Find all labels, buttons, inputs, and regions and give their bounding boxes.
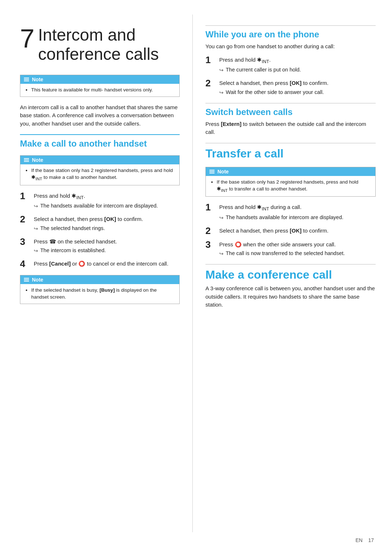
transfer-step-2-main: Select a handset, then press [OK] to con… bbox=[219, 227, 376, 235]
while-step-2-sub-text: Wait for the other side to answer your c… bbox=[226, 89, 324, 97]
transfer-step-3: 3 Press ⭕ when the other side answers yo… bbox=[205, 241, 376, 258]
while-step-1-sub-text: The current caller is put on hold. bbox=[226, 66, 301, 74]
make-call-step-2: 2 Select a handset, then press [OK] to c… bbox=[20, 215, 180, 233]
transfer-step-1-main: Press and hold ✱INT during a call. bbox=[219, 203, 376, 213]
make-call-note2-header: Note bbox=[20, 275, 179, 284]
divider-transfer bbox=[205, 143, 376, 143]
intro-note-item: This feature is available for multi- han… bbox=[31, 87, 174, 94]
transfer-step-number-1: 1 bbox=[205, 202, 216, 212]
switch-text: Press [Extern] to switch between the out… bbox=[205, 120, 376, 136]
divider-switch bbox=[205, 103, 376, 103]
chapter-title-line2: conference calls bbox=[38, 45, 159, 64]
transfer-step-3-sub: ↪ The call is now transferred to the sel… bbox=[219, 250, 376, 258]
step-number-4: 4 bbox=[20, 259, 30, 268]
transfer-note-item: If the base station only has 2 registere… bbox=[217, 179, 370, 193]
chapter-heading: 7 Intercom and conference calls bbox=[20, 25, 180, 64]
transfer-step-2-content: Select a handset, then press [OK] to con… bbox=[219, 227, 376, 235]
arrow-icon-3: ↪ bbox=[34, 247, 38, 255]
chapter-number: 7 bbox=[20, 25, 34, 52]
conference-text: A 3-way conference call is between you, … bbox=[205, 284, 376, 309]
transfer-steps: 1 Press and hold ✱INT during a call. ↪ T… bbox=[205, 203, 376, 258]
step-number-3: 3 bbox=[20, 237, 30, 246]
make-call-heading: Make a call to another handset bbox=[20, 134, 180, 149]
transfer-step-number-3: 3 bbox=[205, 240, 216, 249]
intro-note-header: Note bbox=[20, 75, 179, 84]
while-step-2-content: Select a handset, then press [OK] to con… bbox=[219, 79, 376, 97]
transfer-note-body: If the base station only has 2 registere… bbox=[206, 176, 375, 196]
transfer-step-1-content: Press and hold ✱INT during a call. ↪ The… bbox=[219, 203, 376, 222]
transfer-step-1: 1 Press and hold ✱INT during a call. ↪ T… bbox=[205, 203, 376, 222]
while-on-phone-heading: While you are on the phone bbox=[205, 29, 376, 40]
make-call-note-label: Note bbox=[32, 157, 43, 163]
make-call-note2-label: Note bbox=[32, 277, 43, 283]
transfer-step-3-sub-text: The call is now transferred to the selec… bbox=[226, 250, 345, 258]
while-step-1-main: Press and hold ✱INT. bbox=[219, 56, 376, 65]
make-call-note-box: Note If the base station only has 2 regi… bbox=[20, 155, 180, 185]
arrow-icon-w2: ↪ bbox=[219, 89, 224, 97]
while-step-number-1: 1 bbox=[205, 55, 216, 65]
step-3-sub: ↪ The intercom is established. bbox=[34, 247, 180, 255]
transfer-step-2: 2 Select a handset, then press [OK] to c… bbox=[205, 227, 376, 235]
while-on-phone-steps: 1 Press and hold ✱INT. ↪ The current cal… bbox=[205, 56, 376, 97]
arrow-icon-1: ↪ bbox=[34, 202, 38, 210]
step-3-content: Press ☎ on the selected handset. ↪ The i… bbox=[34, 238, 180, 255]
intro-note-body: This feature is available for multi- han… bbox=[20, 84, 179, 97]
while-step-2-main: Select a handset, then press [OK] to con… bbox=[219, 79, 376, 87]
step-2-content: Select a handset, then press [OK] to con… bbox=[34, 215, 180, 233]
while-step-number-2: 2 bbox=[205, 78, 216, 88]
arrow-icon-t1: ↪ bbox=[219, 214, 224, 222]
chapter-title-line1: Intercom and bbox=[38, 25, 159, 45]
while-step-1-sub: ↪ The current caller is put on hold. bbox=[219, 66, 376, 74]
make-call-note-item: If the base station only has 2 registere… bbox=[31, 167, 174, 182]
make-call-step-3: 3 Press ☎ on the selected handset. ↪ The… bbox=[20, 238, 180, 255]
conference-heading: Make a conference call bbox=[205, 268, 376, 282]
transfer-step-3-content: Press ⭕ when the other side answers your… bbox=[219, 241, 376, 258]
step-1-content: Press and hold ✱INT. ↪ The handsets avai… bbox=[34, 192, 180, 210]
right-top-divider bbox=[205, 25, 376, 26]
note-icon-4 bbox=[209, 170, 215, 173]
step-3-sub-text: The intercom is established. bbox=[40, 247, 106, 255]
make-call-note2-item: If the selected handset is busy, [Busy] … bbox=[31, 287, 174, 301]
make-call-step-1: 1 Press and hold ✱INT. ↪ The handsets av… bbox=[20, 192, 180, 210]
arrow-icon-w1: ↪ bbox=[219, 66, 224, 74]
note-icon-3 bbox=[24, 278, 29, 282]
intro-note-label: Note bbox=[32, 77, 43, 82]
transfer-note-box: Note If the base station only has 2 regi… bbox=[205, 167, 376, 197]
note-icon bbox=[24, 78, 29, 81]
make-call-note2-body: If the selected handset is busy, [Busy] … bbox=[20, 284, 179, 304]
arrow-icon-t3: ↪ bbox=[219, 250, 224, 258]
while-step-2-sub: ↪ Wait for the other side to answer your… bbox=[219, 89, 376, 97]
step-4-content: Press [Cancel] or ⭕ to cancel or end the… bbox=[34, 260, 180, 268]
step-2-sub-text: The selected handset rings. bbox=[40, 225, 105, 233]
step-number-1: 1 bbox=[20, 191, 30, 201]
page-number: 17 bbox=[368, 537, 374, 543]
make-call-note-body: If the base station only has 2 registere… bbox=[20, 164, 179, 185]
transfer-heading: Transfer a call bbox=[205, 147, 376, 160]
transfer-step-1-sub: ↪ The handsets available for intercom ar… bbox=[219, 214, 376, 222]
step-2-main: Select a handset, then press [OK] to con… bbox=[34, 215, 180, 223]
make-call-steps: 1 Press and hold ✱INT. ↪ The handsets av… bbox=[20, 192, 180, 269]
while-step-1: 1 Press and hold ✱INT. ↪ The current cal… bbox=[205, 56, 376, 74]
transfer-note-label: Note bbox=[217, 169, 229, 175]
while-on-phone-intro: You can go from one handset to another d… bbox=[205, 42, 376, 51]
intro-note-box: Note This feature is available for multi… bbox=[20, 75, 180, 97]
transfer-step-1-sub-text: The handsets available for intercom are … bbox=[226, 214, 343, 222]
while-step-1-content: Press and hold ✱INT. ↪ The current calle… bbox=[219, 56, 376, 74]
step-number-2: 2 bbox=[20, 214, 30, 224]
make-call-note-header: Note bbox=[20, 156, 179, 164]
step-3-main: Press ☎ on the selected handset. bbox=[34, 238, 180, 246]
transfer-step-number-2: 2 bbox=[205, 226, 216, 235]
step-1-main: Press and hold ✱INT. bbox=[34, 192, 180, 201]
while-step-2: 2 Select a handset, then press [OK] to c… bbox=[205, 79, 376, 97]
step-1-sub: ↪ The handsets available for intercom ar… bbox=[34, 202, 180, 210]
make-call-step-4: 4 Press [Cancel] or ⭕ to cancel or end t… bbox=[20, 260, 180, 268]
step-1-sub-text: The handsets available for intercom are … bbox=[40, 202, 158, 210]
step-2-sub: ↪ The selected handset rings. bbox=[34, 225, 180, 233]
divider-conference bbox=[205, 264, 376, 264]
step-4-main: Press [Cancel] or ⭕ to cancel or end the… bbox=[34, 260, 180, 268]
page-lang: EN bbox=[355, 537, 362, 543]
page-footer: EN 17 bbox=[355, 537, 374, 543]
note-icon-2 bbox=[24, 158, 29, 162]
make-call-note2-box: Note If the selected handset is busy, [B… bbox=[20, 275, 180, 304]
arrow-icon-2: ↪ bbox=[34, 225, 38, 233]
